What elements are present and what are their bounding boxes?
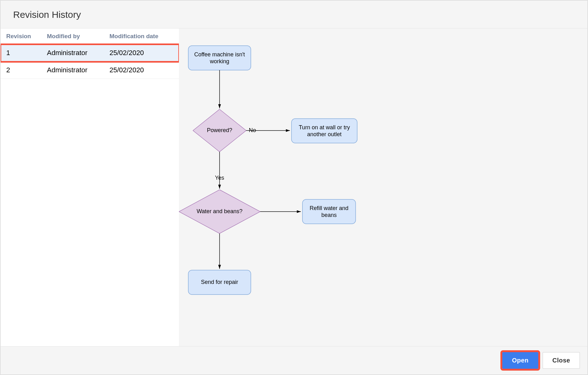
revision-cell-modification-date: 25/02/2020 <box>104 44 179 62</box>
col-header-modification-date[interactable]: Modification date <box>104 28 179 44</box>
flow-node-wall-text2: another outlet <box>307 131 342 137</box>
revision-table-row[interactable]: 1Administrator25/02/2020 <box>1 44 179 62</box>
revision-cell-modified-by: Administrator <box>41 62 104 79</box>
flow-node-repair-text: Send for repair <box>201 279 238 285</box>
flow-edge-label-yes: Yes <box>215 175 224 181</box>
flow-node-start-text1: Coffee machine isn't <box>194 51 245 58</box>
page-title: Revision History <box>13 9 575 20</box>
revision-table: Revision Modified by Modification date 1… <box>1 28 179 79</box>
revision-cell-modification-date: 25/02/2020 <box>104 62 179 79</box>
col-header-revision[interactable]: Revision <box>1 28 41 44</box>
revision-table-row[interactable]: 2Administrator25/02/2020 <box>1 62 179 79</box>
revision-table-header-row: Revision Modified by Modification date <box>1 28 179 44</box>
flow-node-powered-text: Powered? <box>207 127 232 133</box>
flow-node-refill-text2: beans <box>321 212 337 218</box>
revision-cell-modified-by: Administrator <box>41 44 104 62</box>
flow-edge-label-no: No <box>249 127 256 133</box>
flow-node-start-text2: working <box>210 58 229 64</box>
header: Revision History <box>1 1 587 28</box>
close-button[interactable]: Close <box>543 352 580 369</box>
revision-history-window: Revision History Revision Modified by Mo… <box>0 0 588 375</box>
flowchart-svg: Coffee machine isn't working Powered? No… <box>179 28 585 342</box>
open-button[interactable]: Open <box>502 352 538 369</box>
body: Revision Modified by Modification date 1… <box>1 28 587 346</box>
flow-node-wall-text1: Turn on at wall or try <box>299 124 350 131</box>
flow-node-refill-text1: Refill water and <box>310 205 348 211</box>
footer: Open Close <box>1 346 587 374</box>
diagram-preview-panel: Coffee machine isn't working Powered? No… <box>179 28 587 346</box>
revision-cell-revision: 1 <box>1 44 41 62</box>
revision-cell-revision: 2 <box>1 62 41 79</box>
flow-node-water-text: Water and beans? <box>197 208 242 214</box>
revision-list-panel: Revision Modified by Modification date 1… <box>1 28 179 346</box>
col-header-modified-by[interactable]: Modified by <box>41 28 104 44</box>
